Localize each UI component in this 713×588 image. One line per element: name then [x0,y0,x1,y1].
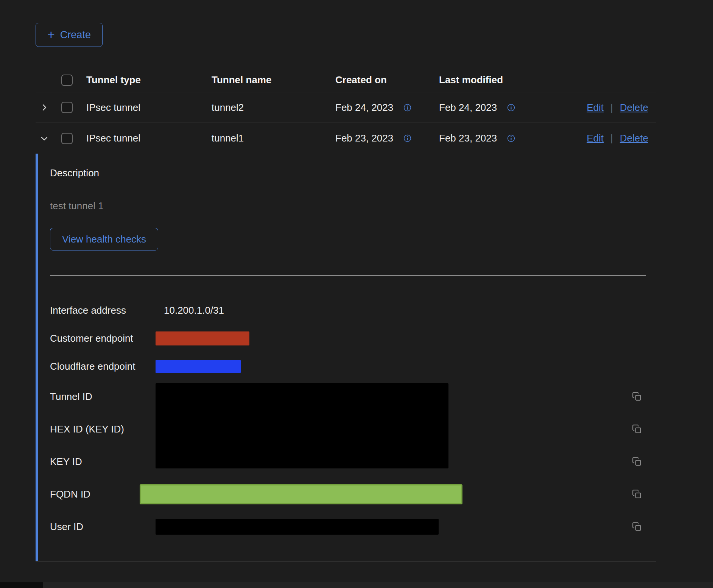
field-icon-cell [618,392,656,401]
user-id-redacted [156,519,439,535]
create-button-label: Create [60,29,91,41]
field-value [156,484,618,504]
field-row-user-id: User ID [50,510,656,543]
customer-endpoint-redacted [156,331,249,345]
edit-link[interactable]: Edit [587,132,604,144]
header-tunnel-type: Tunnel type [86,74,212,86]
description-label: Description [50,167,656,179]
header-created-on: Created on [335,74,439,86]
field-row-cloudflare-endpoint: Cloudflare endpoint [50,352,656,380]
chevron-cell [36,134,57,143]
delete-link[interactable]: Delete [620,102,648,114]
field-label: KEY ID [50,456,156,468]
delete-link[interactable]: Delete [620,132,648,144]
row-actions: Edit | Delete [545,102,656,114]
info-icon[interactable] [507,103,515,112]
created-on-cell: Feb 24, 2023 [335,102,439,114]
checkbox-cell [57,102,86,113]
fqdn-id-redacted [140,484,462,504]
tunnel-details-panel: Description test tunnel 1 View health ch… [36,154,656,561]
header-tunnel-name: Tunnel name [212,74,335,86]
actions-separator: | [610,102,613,114]
field-label: Interface address [50,305,156,316]
field-label: Tunnel ID [50,391,156,403]
tunnel-name-value: tunnel2 [212,102,335,114]
tunnel-row-tunnel1: IPsec tunnel tunnel1 Feb 23, 2023 Feb 23… [36,123,656,154]
field-row-tunnel-id: Tunnel ID [50,380,656,413]
field-row-interface-address: Interface address 10.200.1.0/31 [50,296,656,324]
tunnels-table: Tunnel type Tunnel name Created on Last … [36,68,656,562]
copy-icon[interactable] [632,457,642,467]
tunnel-fields: Interface address 10.200.1.0/31 Customer… [50,296,656,543]
bottom-strip-left [0,582,43,588]
chevron-right-icon[interactable] [39,103,49,112]
tunnel-id-redacted [156,383,448,468]
copy-icon[interactable] [632,392,642,401]
copy-icon[interactable] [632,522,642,532]
row-checkbox[interactable] [61,102,73,113]
field-label: Customer endpoint [50,333,156,344]
tunnel-type-value: IPsec tunnel [86,102,212,114]
info-icon[interactable] [507,134,515,143]
copy-icon[interactable] [632,489,642,499]
field-icon-cell [618,489,656,499]
checkbox-cell [57,133,86,144]
field-value [156,331,618,345]
last-modified-cell: Feb 24, 2023 [439,102,545,114]
info-icon[interactable] [403,134,412,143]
field-icon-cell [618,424,656,434]
field-icon-cell [618,457,656,467]
info-icon[interactable] [403,103,412,112]
last-modified-value: Feb 24, 2023 [439,102,497,114]
edit-link[interactable]: Edit [587,102,604,114]
header-checkbox-cell [57,75,86,86]
created-on-value: Feb 23, 2023 [335,132,393,144]
field-row-fqdn-id: FQDN ID [50,478,656,510]
field-label: Cloudflare endpoint [50,361,156,372]
field-label: User ID [50,521,156,533]
plus-icon: + [47,28,55,41]
chevron-down-icon[interactable] [39,134,49,143]
header-last-modified: Last modified [439,74,545,86]
table-header-row: Tunnel type Tunnel name Created on Last … [36,68,656,92]
field-row-customer-endpoint: Customer endpoint [50,324,656,352]
actions-separator: | [610,132,613,144]
create-button[interactable]: + Create [36,23,103,47]
field-value [156,360,618,373]
last-modified-value: Feb 23, 2023 [439,132,497,144]
field-icon-cell [618,522,656,532]
tunnels-page: + Create Tunnel type Tunnel name Created… [0,0,713,588]
chevron-cell [36,103,57,112]
copy-icon[interactable] [632,424,642,434]
bottom-strip [0,582,713,588]
cloudflare-endpoint-redacted [156,360,241,373]
view-health-checks-button[interactable]: View health checks [50,228,158,250]
tunnel-details-content: Description test tunnel 1 View health ch… [38,154,656,561]
interface-address-value: 10.200.1.0/31 [156,305,224,316]
tunnel-row-tunnel2: IPsec tunnel tunnel2 Feb 24, 2023 Feb 24… [36,92,656,123]
last-modified-cell: Feb 23, 2023 [439,132,545,144]
row-actions: Edit | Delete [545,132,656,144]
created-on-value: Feb 24, 2023 [335,102,393,114]
field-value [156,519,618,535]
field-value: 10.200.1.0/31 [156,305,618,316]
row-checkbox[interactable] [61,133,73,144]
field-label: HEX ID (KEY ID) [50,423,156,435]
tunnel-name-value: tunnel1 [212,132,335,144]
created-on-cell: Feb 23, 2023 [335,132,439,144]
description-value: test tunnel 1 [50,200,656,212]
section-divider [50,275,646,276]
select-all-checkbox[interactable] [61,75,73,86]
tunnel-type-value: IPsec tunnel [86,132,212,144]
